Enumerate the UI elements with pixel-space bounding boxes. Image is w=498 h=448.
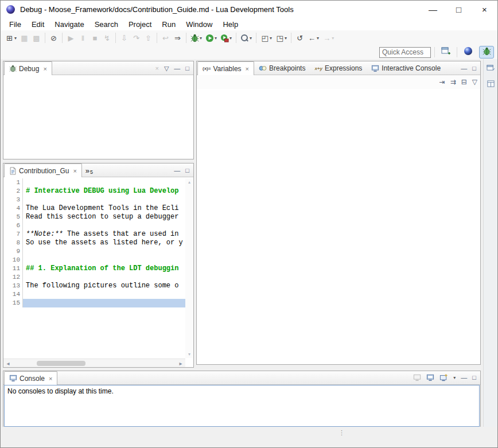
tab-breakpoints[interactable]: Breakpoints xyxy=(254,62,310,75)
tab-debug[interactable]: Debug × xyxy=(4,61,52,75)
ldt-app-icon xyxy=(6,5,15,14)
run-button[interactable]: ▾ xyxy=(204,32,218,44)
line-text[interactable]: The following pictures outline some o xyxy=(23,282,185,290)
maximize-button[interactable]: □ xyxy=(185,65,189,72)
perspective-ldt-button[interactable] xyxy=(461,46,476,59)
menu-edit[interactable]: Edit xyxy=(26,19,49,30)
line-text[interactable] xyxy=(23,273,185,282)
tab-expressions[interactable]: x+yExpressions xyxy=(310,62,367,75)
editor-lines[interactable]: 12# Interactive DEBUG using Lua Develop3… xyxy=(3,178,185,358)
line-text[interactable] xyxy=(23,221,185,230)
collapse-all-button[interactable]: ⊟ xyxy=(461,79,467,85)
show-type-names-button[interactable]: ⇥ xyxy=(439,79,445,85)
minimize-button[interactable]: — xyxy=(174,65,180,72)
scroll-up-icon[interactable]: ▴ xyxy=(188,180,190,185)
scroll-left-icon[interactable]: ◂ xyxy=(3,360,13,367)
dropdown-arrow-icon[interactable]: ▾ xyxy=(215,36,217,41)
line-text[interactable]: **Note:** The assets that are used in xyxy=(23,230,185,239)
restore-view-button-1[interactable] xyxy=(485,64,496,74)
quick-access-input[interactable] xyxy=(379,47,431,58)
sash-grip[interactable]: ⋮ xyxy=(339,429,345,437)
line-text[interactable] xyxy=(23,178,185,187)
open-console-button[interactable] xyxy=(439,374,448,381)
variables-view-body[interactable] xyxy=(197,89,480,364)
perspective-debug-button[interactable] xyxy=(479,46,494,59)
dropdown-arrow-icon[interactable]: ▾ xyxy=(14,36,17,41)
minimize-button[interactable]: — xyxy=(461,65,467,72)
close-icon[interactable]: × xyxy=(246,65,249,72)
window-title: Debug - Moose_Framework/docs/Contributio… xyxy=(20,5,294,14)
tab-console[interactable]: Console × xyxy=(4,371,57,385)
annotation-ruler xyxy=(3,290,9,299)
toolbar-separator xyxy=(186,33,186,43)
view-menu-button[interactable]: ▽ xyxy=(472,79,477,85)
close-icon[interactable]: × xyxy=(73,167,76,174)
dropdown-arrow-icon[interactable]: ▾ xyxy=(270,36,272,41)
tab-interactive-console[interactable]: Interactive Console xyxy=(367,62,445,75)
scroll-right-icon[interactable]: ▸ xyxy=(176,360,185,367)
menu-run[interactable]: Run xyxy=(157,19,181,30)
line-text[interactable]: Read this section to setup a debugger xyxy=(23,213,185,221)
tab-variables[interactable]: (x)=Variables× xyxy=(197,61,254,75)
last-edit-location-button[interactable]: ↺ xyxy=(294,32,305,44)
menu-file[interactable]: File xyxy=(4,19,26,30)
maximize-button[interactable]: □ xyxy=(446,1,472,18)
debug-view-body[interactable] xyxy=(3,75,193,159)
search-button[interactable]: ▾ xyxy=(239,32,253,44)
view-menu-button[interactable]: ▽ xyxy=(164,65,169,72)
new-button[interactable]: ⊞▾ xyxy=(4,32,18,44)
horizontal-scrollbar[interactable]: ◂ ▸ xyxy=(3,359,185,367)
dropdown-arrow-icon[interactable]: ▾ xyxy=(250,36,252,41)
menu-navigate[interactable]: Navigate xyxy=(49,19,89,30)
dropdown-arrow-icon[interactable]: ▾ xyxy=(285,36,287,41)
minimize-button[interactable]: — xyxy=(174,167,180,174)
annotation-ruler xyxy=(3,239,9,247)
line-text[interactable]: ## 1. Explanation of the LDT debuggin xyxy=(23,264,185,273)
use-step-filters-button[interactable]: ⇒ xyxy=(172,32,183,44)
maximize-button[interactable]: □ xyxy=(472,375,476,381)
vertical-scrollbar[interactable]: ▴ ▾ xyxy=(185,178,193,358)
line-text[interactable] xyxy=(23,256,185,264)
maximize-button[interactable]: □ xyxy=(472,65,476,72)
menu-search[interactable]: Search xyxy=(90,19,123,30)
line-text[interactable] xyxy=(23,290,185,299)
close-button[interactable]: × xyxy=(472,1,497,18)
line-text[interactable] xyxy=(23,247,185,256)
skip-all-breakpoints-button[interactable]: ⊘ xyxy=(48,32,59,44)
dropdown-arrow-icon[interactable]: ▾ xyxy=(229,36,232,41)
skip-all-breakpoints-icon: ⊘ xyxy=(49,34,58,42)
menu-help[interactable]: Help xyxy=(217,19,243,30)
line-text[interactable]: The Lua Development Tools in the Ecli xyxy=(23,204,185,213)
minimize-button[interactable]: — xyxy=(461,375,467,381)
console-body[interactable]: No consoles to display at this time. xyxy=(4,385,480,427)
dropdown-arrow-icon[interactable]: ▾ xyxy=(317,36,319,41)
display-selected-console-button[interactable] xyxy=(426,374,434,381)
line-number: 1 xyxy=(9,178,23,187)
line-text[interactable] xyxy=(23,299,185,307)
scrollbar-thumb[interactable] xyxy=(37,361,85,366)
dropdown-arrow-icon[interactable]: ▾ xyxy=(332,36,334,41)
minimize-button[interactable]: — xyxy=(420,1,446,18)
editor-tab-overflow[interactable]: » 5 xyxy=(82,164,96,177)
external-tools-button[interactable]: ▾ xyxy=(219,32,233,44)
open-perspective-button[interactable] xyxy=(438,46,453,59)
scroll-down-icon[interactable]: ▾ xyxy=(188,352,190,357)
maximize-button[interactable]: □ xyxy=(185,167,189,174)
dropdown-arrow-icon[interactable]: ▾ xyxy=(453,375,456,380)
line-text[interactable]: # Interactive DEBUG using Lua Develop xyxy=(23,187,185,196)
line-text[interactable] xyxy=(23,196,185,204)
menu-window[interactable]: Window xyxy=(181,19,217,30)
close-icon[interactable]: × xyxy=(49,375,52,382)
tab-contribution-guide[interactable]: Contribution_Gu × xyxy=(4,163,82,177)
new-lua-file-button[interactable]: ◰▾ xyxy=(259,32,273,44)
debug-button[interactable]: ▾ xyxy=(189,32,203,44)
back-button[interactable]: ←▾ xyxy=(306,32,320,44)
line-text[interactable]: So use the assets as listed here, or y xyxy=(23,239,185,247)
new-lua-test-button[interactable]: ◳▾ xyxy=(274,32,288,44)
step-into-icon: ⇩ xyxy=(120,34,129,42)
show-logical-structure-button[interactable]: ⇉ xyxy=(450,79,456,85)
close-icon[interactable]: × xyxy=(43,65,46,72)
restore-view-button-2[interactable] xyxy=(485,80,496,90)
menu-project[interactable]: Project xyxy=(123,19,157,30)
dropdown-arrow-icon[interactable]: ▾ xyxy=(200,36,202,41)
